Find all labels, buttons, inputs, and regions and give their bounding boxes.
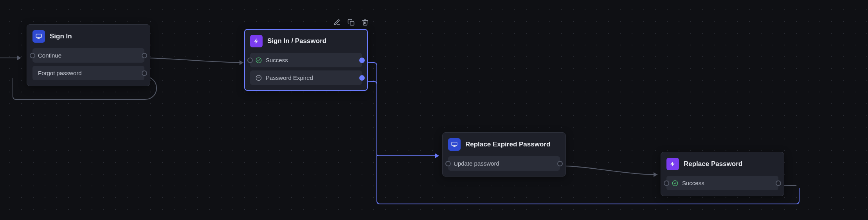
port-update-password[interactable]: Update password: [448, 156, 560, 171]
copy-icon[interactable]: [348, 19, 355, 26]
check-circle-icon: [672, 180, 678, 186]
node-header: Replace Password: [666, 158, 778, 170]
node-header: Replace Expired Password: [448, 138, 560, 151]
screen-icon: [448, 138, 461, 151]
port-success[interactable]: Success: [250, 53, 362, 67]
port-label: Password Expired: [266, 74, 313, 81]
svg-rect-4: [350, 22, 354, 25]
port-continue[interactable]: Continue: [32, 48, 144, 63]
port-handle-out[interactable]: [142, 70, 147, 76]
node-title: Sign In: [50, 32, 72, 40]
svg-rect-5: [36, 34, 41, 38]
node-title: Sign In / Password: [267, 37, 326, 45]
node-replace-expired-password[interactable]: Replace Expired Password Update password: [442, 132, 566, 177]
svg-point-8: [256, 58, 261, 63]
port-handle-out[interactable]: [359, 75, 365, 81]
port-handle-in[interactable]: [664, 180, 669, 186]
node-title: Replace Password: [684, 160, 742, 168]
svg-point-14: [672, 180, 677, 186]
port-handle-out[interactable]: [142, 53, 147, 58]
node-sign-in-password[interactable]: Sign In / Password Success Password Expi…: [244, 29, 368, 91]
port-label: Continue: [38, 52, 61, 59]
port-forgot-password[interactable]: Forgot password: [32, 66, 144, 80]
port-handle-in[interactable]: [247, 58, 253, 63]
lightning-icon: [666, 158, 679, 170]
port-handle-out[interactable]: [359, 58, 365, 63]
edit-icon[interactable]: [333, 19, 340, 26]
port-label: Success: [266, 57, 288, 63]
port-handle-out[interactable]: [776, 180, 781, 186]
flow-canvas[interactable]: Sign In Continue Forgot password Sign In…: [0, 0, 868, 220]
screen-icon: [32, 30, 45, 43]
port-label: Update password: [454, 160, 499, 167]
port-handle-in[interactable]: [445, 161, 451, 166]
node-header: Sign In / Password: [250, 35, 362, 47]
svg-rect-11: [452, 142, 457, 146]
node-sign-in[interactable]: Sign In Continue Forgot password: [27, 24, 150, 86]
node-toolbar: [333, 19, 369, 26]
no-entry-icon: [256, 75, 262, 81]
lightning-icon: [250, 35, 263, 47]
port-label: Success: [682, 180, 704, 186]
node-header: Sign In: [32, 30, 144, 43]
check-circle-icon: [256, 57, 262, 63]
port-handle-out[interactable]: [557, 161, 563, 166]
port-label: Forgot password: [38, 70, 82, 76]
trash-icon[interactable]: [362, 19, 369, 26]
node-replace-password[interactable]: Replace Password Success: [661, 152, 784, 196]
port-password-expired[interactable]: Password Expired: [250, 70, 362, 85]
port-handle-in[interactable]: [30, 53, 35, 58]
port-success[interactable]: Success: [666, 176, 778, 190]
node-title: Replace Expired Password: [465, 141, 550, 148]
